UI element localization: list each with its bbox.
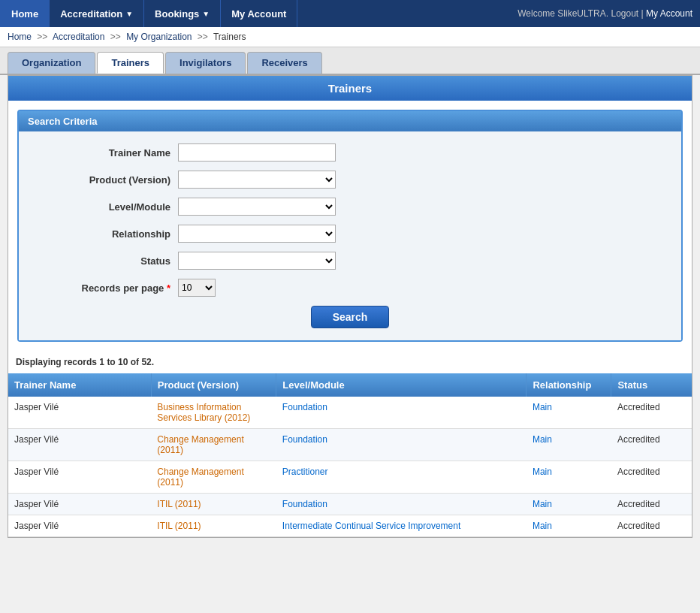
tab-bar: Organization Trainers Invigilators Recei… bbox=[0, 47, 700, 74]
table-row: Jasper ViléITIL (2011)Intermediate Conti… bbox=[8, 515, 692, 537]
product-version-row: Product (Version) bbox=[28, 171, 672, 189]
col-header-status: Status bbox=[611, 373, 692, 397]
level-link[interactable]: Foundation bbox=[282, 434, 327, 445]
breadcrumb-my-organization[interactable]: My Organization bbox=[126, 32, 192, 42]
relationship-link[interactable]: Main bbox=[533, 467, 552, 477]
top-navigation: Home Accreditation ▼ Bookings ▼ My Accou… bbox=[0, 0, 700, 27]
cell-level: Practitioner bbox=[276, 461, 527, 494]
displaying-records: Displaying records 1 to 10 of 52. bbox=[8, 351, 692, 373]
col-header-trainer-name: Trainer Name bbox=[8, 373, 151, 397]
search-button[interactable]: Search bbox=[311, 306, 390, 328]
tab-invigilators[interactable]: Invigilators bbox=[165, 52, 246, 74]
level-module-label: Level/Module bbox=[28, 201, 178, 213]
relationship-link[interactable]: Main bbox=[533, 434, 552, 445]
level-link[interactable]: Foundation bbox=[282, 499, 327, 509]
section-title: Trainers bbox=[8, 76, 692, 101]
cell-product: ITIL (2011) bbox=[151, 494, 276, 515]
col-header-relationship: Relationship bbox=[527, 373, 611, 397]
level-module-row: Level/Module bbox=[28, 198, 672, 216]
product-link[interactable]: ITIL (2011) bbox=[157, 499, 201, 509]
nav-my-account[interactable]: My Account bbox=[221, 0, 297, 27]
cell-relationship: Main bbox=[527, 429, 611, 461]
records-per-page-row: Records per page * 10 20 50 bbox=[28, 279, 672, 297]
cell-product: Business Information Services Library (2… bbox=[151, 397, 276, 429]
cell-level: Foundation bbox=[276, 397, 527, 429]
relationship-link[interactable]: Main bbox=[533, 499, 552, 509]
tab-organization[interactable]: Organization bbox=[8, 52, 95, 74]
product-link[interactable]: Change Management (2011) bbox=[157, 467, 243, 488]
cell-relationship: Main bbox=[527, 461, 611, 494]
relationship-link[interactable]: Main bbox=[533, 521, 552, 531]
cell-status: Accredited bbox=[611, 515, 692, 537]
table-row: Jasper ViléChange Management (2011)Found… bbox=[8, 429, 692, 461]
search-button-row: Search bbox=[28, 306, 672, 328]
cell-level: Intermediate Continual Service Improveme… bbox=[276, 515, 527, 537]
product-link[interactable]: Business Information Services Library (2… bbox=[157, 402, 250, 423]
cell-relationship: Main bbox=[527, 515, 611, 537]
product-version-label: Product (Version) bbox=[28, 174, 178, 186]
trainer-name-label: Trainer Name bbox=[28, 147, 178, 159]
nav-accreditation[interactable]: Accreditation ▼ bbox=[50, 0, 144, 27]
welcome-message: Welcome SlikeULTRA. Logout | My Account bbox=[517, 8, 700, 19]
status-row: Status bbox=[28, 252, 672, 270]
relationship-label: Relationship bbox=[28, 228, 178, 240]
level-module-select[interactable] bbox=[178, 198, 336, 216]
level-link[interactable]: Foundation bbox=[282, 402, 327, 412]
cell-trainer-name: Jasper Vilé bbox=[8, 429, 151, 461]
product-version-select[interactable] bbox=[178, 171, 336, 189]
cell-status: Accredited bbox=[611, 429, 692, 461]
product-link[interactable]: ITIL (2011) bbox=[157, 521, 201, 531]
level-link[interactable]: Intermediate Continual Service Improveme… bbox=[282, 521, 460, 531]
cell-trainer-name: Jasper Vilé bbox=[8, 515, 151, 537]
cell-status: Accredited bbox=[611, 494, 692, 515]
cell-status: Accredited bbox=[611, 397, 692, 429]
table-header-row: Trainer Name Product (Version) Level/Mod… bbox=[8, 373, 692, 397]
cell-trainer-name: Jasper Vilé bbox=[8, 494, 151, 515]
records-per-page-label: Records per page * bbox=[28, 282, 178, 294]
cell-level: Foundation bbox=[276, 494, 527, 515]
records-per-page-select[interactable]: 10 20 50 bbox=[178, 279, 216, 297]
breadcrumb: Home >> Accreditation >> My Organization… bbox=[0, 27, 700, 47]
cell-trainer-name: Jasper Vilé bbox=[8, 397, 151, 429]
search-criteria-body: Trainer Name Product (Version) Level/Mod… bbox=[19, 131, 681, 340]
cell-product: ITIL (2011) bbox=[151, 515, 276, 537]
relationship-link[interactable]: Main bbox=[533, 402, 552, 412]
relationship-row: Relationship bbox=[28, 225, 672, 243]
status-label: Status bbox=[28, 255, 178, 267]
breadcrumb-home[interactable]: Home bbox=[8, 32, 32, 42]
col-header-product: Product (Version) bbox=[151, 373, 276, 397]
level-link[interactable]: Practitioner bbox=[282, 467, 328, 477]
nav-home[interactable]: Home bbox=[0, 0, 50, 27]
col-header-level: Level/Module bbox=[276, 373, 527, 397]
trainer-name-input[interactable] bbox=[178, 143, 336, 162]
breadcrumb-accreditation[interactable]: Accreditation bbox=[53, 32, 104, 42]
relationship-select[interactable] bbox=[178, 225, 336, 243]
tab-receivers[interactable]: Receivers bbox=[247, 52, 321, 74]
bookings-arrow-icon: ▼ bbox=[202, 10, 210, 18]
table-row: Jasper ViléChange Management (2011)Pract… bbox=[8, 461, 692, 494]
table-row: Jasper ViléBusiness Information Services… bbox=[8, 397, 692, 429]
results-table: Trainer Name Product (Version) Level/Mod… bbox=[8, 373, 692, 537]
breadcrumb-current: Trainers bbox=[213, 32, 246, 42]
tab-trainers[interactable]: Trainers bbox=[97, 52, 164, 74]
cell-relationship: Main bbox=[527, 397, 611, 429]
main-content: Trainers Search Criteria Trainer Name Pr… bbox=[8, 75, 692, 538]
search-criteria-header: Search Criteria bbox=[19, 111, 681, 131]
accreditation-arrow-icon: ▼ bbox=[125, 10, 133, 18]
cell-trainer-name: Jasper Vilé bbox=[8, 461, 151, 494]
cell-product: Change Management (2011) bbox=[151, 429, 276, 461]
trainer-name-row: Trainer Name bbox=[28, 143, 672, 162]
my-account-link[interactable]: My Account bbox=[646, 8, 692, 19]
cell-level: Foundation bbox=[276, 429, 527, 461]
table-row: Jasper ViléITIL (2011)FoundationMainAccr… bbox=[8, 494, 692, 515]
nav-bookings[interactable]: Bookings ▼ bbox=[144, 0, 221, 27]
product-link[interactable]: Change Management (2011) bbox=[157, 434, 243, 455]
search-criteria-box: Search Criteria Trainer Name Product (Ve… bbox=[17, 110, 683, 342]
cell-relationship: Main bbox=[527, 494, 611, 515]
cell-status: Accredited bbox=[611, 461, 692, 494]
status-select[interactable] bbox=[178, 252, 336, 270]
cell-product: Change Management (2011) bbox=[151, 461, 276, 494]
